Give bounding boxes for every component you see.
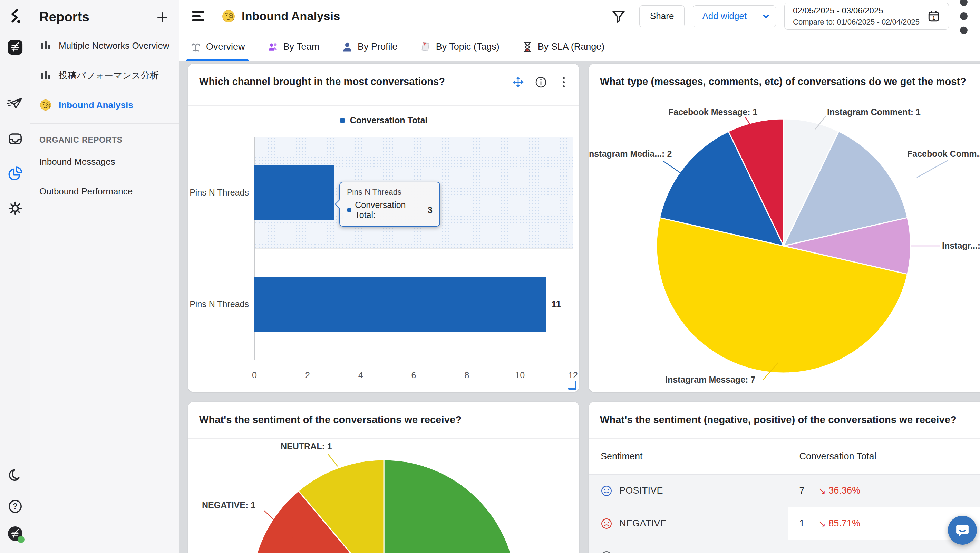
bar-chart-plot: 311 [255, 137, 573, 360]
chat-bubble-icon [955, 523, 970, 538]
tab-by-profile[interactable]: By Profile [340, 32, 399, 61]
svg-text:1: 1 [932, 16, 935, 21]
bar-chart-icon [39, 69, 52, 81]
bookmark-icon [420, 41, 431, 53]
widget-sentiment-pie: What's the sentiment of the conversation… [188, 402, 579, 553]
add-widget-split-button: Add widget [693, 5, 776, 27]
calendar-icon: 1 [927, 10, 940, 23]
bar-chart-icon [39, 39, 52, 52]
sidebar-item-inbound-messages[interactable]: Inbound Messages [30, 147, 180, 177]
sentiment-table: Sentiment Conversation Total POSITIVE7↘3… [589, 439, 980, 553]
online-status-dot [18, 536, 24, 543]
sentiment-label: NEGATIVE [619, 518, 667, 529]
bar-pins-n-threads[interactable] [255, 277, 546, 332]
sentiment-label: NEUTRAL [619, 551, 663, 553]
widget-menu-kebab-icon[interactable] [557, 76, 570, 88]
conversation-total-value: 1 [799, 551, 805, 553]
share-button[interactable]: Share [639, 5, 684, 27]
dashboard-content: Which channel brought in the most conver… [180, 62, 980, 553]
monocle-face-emoji-icon [222, 10, 235, 23]
gridline [573, 137, 573, 360]
conversation-total-value: 7 [799, 485, 805, 496]
smile-face-icon [601, 485, 612, 497]
publishing-plane-icon[interactable] [6, 95, 24, 113]
report-list: Multiple Networks Overview 投稿パフォーマンス分析 I… [30, 31, 180, 120]
chat-launcher-button[interactable] [948, 516, 977, 545]
tab-label: By SLA (Range) [538, 41, 605, 52]
tab-label: Overview [206, 41, 245, 52]
widget-sentiment-table: What's the sentiment (negative, positive… [589, 402, 980, 553]
dark-mode-moon-icon[interactable] [6, 467, 24, 484]
fountain-icon [190, 41, 202, 53]
legend-dot [340, 118, 345, 123]
sentiment-pie [188, 402, 579, 553]
help-icon[interactable]: ? [6, 498, 24, 515]
svg-text:?: ? [13, 502, 18, 511]
main-area: Inbound Analysis Share Add widget 02/05/… [180, 0, 980, 553]
sidebar-item-label: 投稿パフォーマンス分析 [59, 69, 159, 81]
sidebar-item-inbound-analysis[interactable]: Inbound Analysis [30, 90, 180, 120]
change-badge: ↘85.71% [818, 518, 860, 529]
chevron-down-icon [761, 11, 771, 21]
profile-icon [341, 41, 353, 53]
x-tick-label: 0 [252, 370, 257, 380]
x-tick-label: 6 [412, 370, 416, 380]
trend-down-icon: ↘ [818, 519, 826, 528]
pie-label-instagram-message: Instagram Message: 7 [665, 375, 755, 385]
tab-label: By Team [283, 41, 320, 52]
workspace-tile-icon[interactable] [6, 39, 24, 56]
topbar: Inbound Analysis Share Add widget 02/05/… [180, 0, 980, 32]
tooltip-category: Pins N Threads [347, 188, 433, 197]
legend-conversation-total[interactable]: Conversation Total [188, 115, 579, 125]
tab-by-sla-range[interactable]: By SLA (Range) [520, 32, 606, 61]
x-tick-label: 4 [358, 370, 363, 380]
team-icon [267, 41, 279, 53]
collapse-sidebar-icon[interactable] [192, 11, 205, 21]
chart-tooltip: Pins N Threads Conversation Total: 3 [339, 182, 440, 226]
pie-label-facebook-message: Facebook Message: 1 [668, 107, 757, 117]
legend-label: Conversation Total [350, 115, 428, 125]
tab-by-team[interactable]: By Team [266, 32, 321, 61]
bar-category-labels: Pins N ThreadsPins N Threads [194, 137, 249, 360]
inbox-tray-icon[interactable] [6, 130, 24, 148]
widget-resize-handle[interactable] [568, 381, 576, 390]
report-tabs: Overview By Team By Profile By Topic (Ta… [180, 32, 980, 62]
add-widget-dropdown[interactable] [756, 6, 776, 27]
category-label: Pins N Threads [189, 188, 249, 198]
table-row-negative: NEGATIVE1↘85.71% [589, 507, 980, 540]
app-logo-icon[interactable] [6, 8, 24, 25]
conversation-types-pie [589, 64, 980, 392]
sidebar-item-multiple-networks[interactable]: Multiple Networks Overview [30, 31, 180, 61]
sidebar-section-label: ORGANIC REPORTS [30, 124, 180, 147]
sidebar-item-label: Inbound Messages [39, 156, 115, 167]
filter-funnel-icon[interactable] [611, 9, 626, 24]
sidebar-item-post-performance[interactable]: 投稿パフォーマンス分析 [30, 61, 180, 90]
conversation-total-value: 1 [799, 518, 805, 529]
info-icon[interactable] [535, 76, 547, 88]
move-widget-icon[interactable] [512, 76, 524, 88]
more-options-kebab-icon[interactable] [958, 10, 970, 23]
change-percent: 66.67% [829, 551, 860, 553]
sidebar-title: Reports [39, 10, 89, 24]
reports-pie-icon[interactable] [6, 165, 24, 182]
table-row-neutral: NEUTRAL1↘66.67% [589, 540, 980, 553]
date-range-picker[interactable]: 02/05/2025 - 03/06/2025 Compare to: 01/0… [784, 3, 949, 30]
sidebar-item-outbound-performance[interactable]: Outbound Performance [30, 177, 180, 206]
x-tick-label: 2 [305, 370, 310, 380]
page-title: Inbound Analysis [242, 10, 340, 23]
tab-label: By Topic (Tags) [436, 41, 500, 52]
user-avatar[interactable] [6, 525, 24, 542]
frown-face-icon [601, 518, 612, 529]
bar-pins-n-threads[interactable] [255, 165, 334, 220]
x-tick-label: 10 [515, 370, 525, 380]
compare-range-value: Compare to: 01/06/2025 - 02/04/2025 [793, 18, 920, 27]
pie-label-instagram: Instagr...: 1 [942, 241, 980, 251]
add-widget-button[interactable]: Add widget [693, 6, 756, 27]
change-badge: ↘36.36% [818, 485, 860, 496]
tooltip-value: 3 [428, 205, 433, 215]
settings-gear-icon[interactable] [6, 200, 24, 217]
tab-by-topic-tags[interactable]: By Topic (Tags) [418, 32, 501, 61]
new-report-button[interactable] [155, 10, 169, 24]
sentiment-cell: NEUTRAL [589, 540, 788, 553]
tab-overview[interactable]: Overview [188, 32, 247, 61]
